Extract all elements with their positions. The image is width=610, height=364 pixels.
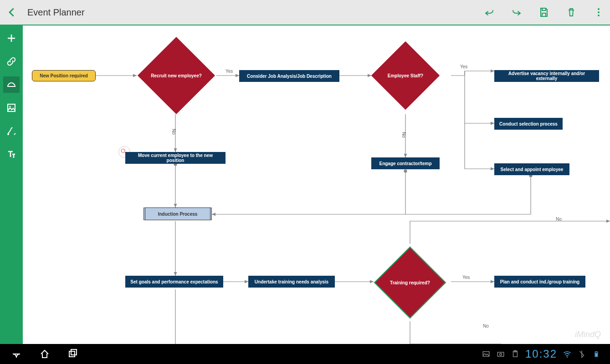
edge-label-no: No bbox=[556, 217, 562, 222]
redo-icon[interactable] bbox=[510, 5, 523, 19]
svg-point-2 bbox=[598, 15, 600, 16]
system-clock: 10:32 bbox=[525, 348, 557, 360]
edge-label-yes: Yes bbox=[226, 69, 233, 74]
svg-point-0 bbox=[598, 8, 600, 10]
back-button[interactable] bbox=[5, 5, 18, 19]
node-select-appoint[interactable]: Select and appoint employee bbox=[494, 163, 569, 175]
flowchart-canvas[interactable]: New Position required Recruit new employ… bbox=[23, 25, 610, 344]
edge-label-no: No bbox=[171, 129, 176, 135]
edge-label-yes: Yes bbox=[462, 275, 470, 280]
svg-point-23 bbox=[500, 354, 502, 356]
gallery-status-icon bbox=[482, 349, 491, 359]
add-tool-icon[interactable] bbox=[3, 30, 20, 46]
svg-point-18 bbox=[121, 149, 125, 152]
node-consider-job[interactable]: Consider Job Analysis/Job Description bbox=[239, 70, 339, 82]
svg-rect-3 bbox=[8, 104, 15, 111]
edge-label-yes: Yes bbox=[460, 64, 467, 69]
header-actions bbox=[482, 5, 605, 19]
node-move-employee[interactable]: Move current employee to the new positio… bbox=[125, 152, 226, 164]
wifi-icon bbox=[563, 349, 572, 359]
node-conduct-selection[interactable]: Conduct selection process bbox=[494, 118, 563, 130]
camera-status-icon bbox=[496, 349, 505, 359]
image-tool-icon[interactable] bbox=[3, 100, 20, 116]
undo-icon[interactable] bbox=[482, 5, 496, 19]
node-induction[interactable]: Induction Process bbox=[144, 207, 212, 220]
android-back-icon[interactable] bbox=[9, 347, 24, 361]
text-tool-icon[interactable] bbox=[3, 146, 20, 162]
svg-point-1 bbox=[598, 11, 600, 13]
save-icon[interactable] bbox=[537, 5, 551, 19]
svg-rect-22 bbox=[497, 352, 504, 356]
edge-label-no: No bbox=[401, 132, 406, 138]
delete-icon[interactable] bbox=[564, 5, 578, 19]
app-header: Event Planner bbox=[0, 0, 610, 25]
svg-rect-20 bbox=[71, 349, 77, 355]
tool-sidebar bbox=[0, 25, 23, 344]
svg-point-26 bbox=[567, 356, 568, 358]
svg-point-5 bbox=[7, 133, 9, 135]
bluetooth-icon bbox=[577, 349, 586, 359]
menu-overflow-icon[interactable] bbox=[592, 5, 605, 19]
link-tool-icon[interactable] bbox=[3, 53, 20, 70]
node-recruit-decision[interactable]: Recruit new employee? bbox=[138, 37, 215, 114]
edge-label-no: No bbox=[483, 324, 489, 329]
svg-rect-29 bbox=[595, 353, 598, 357]
node-new-position[interactable]: New Position required bbox=[32, 70, 96, 81]
node-advertise[interactable]: Advertise vacancy internally and/or exte… bbox=[494, 70, 599, 82]
android-home-icon[interactable] bbox=[37, 347, 52, 361]
watermark: iMindQ bbox=[575, 330, 601, 339]
system-navigation-bar: 10:32 bbox=[0, 344, 610, 364]
node-training-required[interactable]: Training required? bbox=[374, 246, 446, 319]
connector-tool-icon[interactable] bbox=[3, 123, 20, 139]
node-undertake-training[interactable]: Undertake training needs analysis bbox=[248, 276, 335, 288]
android-recent-apps-icon[interactable] bbox=[66, 347, 80, 361]
clipboard-status-icon bbox=[511, 349, 520, 359]
battery-icon bbox=[592, 349, 601, 359]
svg-point-4 bbox=[10, 106, 11, 107]
system-status-area: 10:32 bbox=[482, 348, 601, 360]
page-title: Event Planner bbox=[27, 7, 85, 18]
node-employee-staff[interactable]: Employee Staff? bbox=[371, 41, 440, 110]
shape-tool-icon[interactable] bbox=[3, 76, 20, 93]
svg-rect-19 bbox=[69, 351, 75, 357]
node-engage-contractor[interactable]: Engage contractor/temp bbox=[371, 157, 440, 169]
node-plan-training[interactable]: Plan and conduct ind./group training bbox=[494, 276, 585, 288]
node-set-goals[interactable]: Set goals and performance expectations bbox=[125, 276, 223, 288]
svg-rect-28 bbox=[596, 351, 597, 352]
